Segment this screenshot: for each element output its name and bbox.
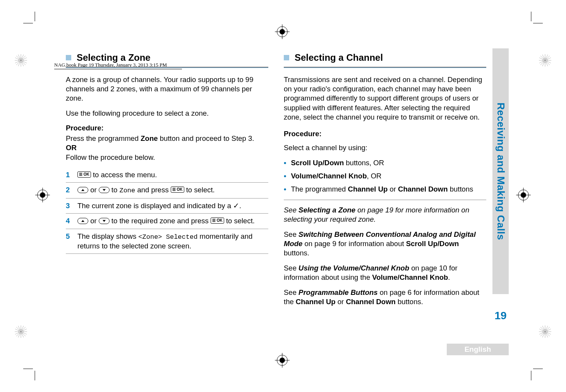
text: button and proceed to Step 3.: [158, 134, 254, 142]
text: on page 9 for information about: [302, 240, 406, 248]
section-bullet-icon: [284, 55, 289, 60]
text: Scroll Up/Down buttons, OR: [291, 158, 384, 168]
bold: Scroll Up/Down: [291, 159, 344, 167]
bold: Channel Up: [296, 298, 336, 306]
channel-intro: Transmissions are sent and received on a…: [284, 75, 486, 122]
step-body: or to Zone and press ☰ OK to select.: [77, 185, 215, 195]
follow-line: Follow the procedure below.: [66, 153, 268, 162]
option-knob: •Volume/Channel Knob, OR: [284, 171, 486, 181]
bold: Channel Down: [398, 185, 448, 193]
or-bold: OR: [66, 144, 77, 152]
step-number: 1: [66, 170, 72, 180]
registration-mark-icon: [277, 26, 288, 37]
step-2: 2 or to Zone and press ☰ OK to select.: [66, 183, 268, 198]
zone-bold: Zone: [141, 134, 158, 142]
text: See: [284, 230, 298, 238]
bold: Channel Up: [348, 185, 388, 193]
heading-selecting-zone: Selecting a Zone: [77, 51, 151, 64]
ok-button-icon: ☰ OK: [171, 187, 184, 193]
bullet-dot-icon: •: [284, 158, 286, 168]
text: to select.: [224, 217, 255, 225]
page-number: 19: [492, 310, 509, 322]
crop-mark-icon: [527, 12, 543, 27]
text: The current zone is displayed and indica…: [77, 202, 233, 210]
step-4: 4 or to the required zone and press ☰ OK…: [66, 214, 268, 229]
sunburst-mark-icon: [539, 54, 551, 67]
ref-knob: See Using the Volume/Channel Knob on pag…: [284, 264, 486, 282]
text: .: [239, 202, 241, 210]
step-number: 3: [66, 201, 72, 211]
side-tab: Receiving and Making Calls: [492, 48, 509, 294]
step-body: The current zone is displayed and indica…: [77, 201, 241, 211]
text: .: [448, 273, 450, 281]
step-number: 5: [66, 232, 72, 241]
bold: Channel Down: [346, 298, 395, 306]
procedure-steps: 1 ☰ OK to access the menu. 2 or to Zone …: [66, 168, 268, 254]
sunburst-mark-icon: [539, 325, 551, 338]
bold: Scroll Up/Down: [406, 240, 459, 248]
ref-prog-buttons: See Programmable Buttons on page 6 for i…: [284, 288, 486, 307]
text: to access the menu.: [91, 171, 157, 179]
crop-mark-icon: [23, 365, 39, 380]
text: Press the programmed: [66, 134, 141, 142]
text: or: [88, 217, 99, 225]
bold: Volume/Channel Knob: [291, 172, 367, 180]
step-body: or to the required zone and press ☰ OK t…: [77, 216, 255, 226]
text: buttons, OR: [344, 159, 384, 167]
right-column: Selecting a Channel Transmissions are se…: [284, 48, 500, 355]
section-bullet-icon: [66, 55, 71, 60]
ok-button-icon: ☰ OK: [211, 217, 224, 224]
text: buttons.: [284, 249, 309, 257]
section-header-zone: Selecting a Zone: [66, 51, 268, 64]
section-header-channel: Selecting a Channel: [284, 51, 486, 64]
text: or: [336, 298, 346, 306]
bold-italic: Using the Volume/Channel Knob: [298, 264, 409, 272]
text: to: [110, 186, 120, 194]
procedure-label: Procedure:: [284, 129, 486, 139]
zone-use: Use the following procedure to select a …: [66, 109, 268, 118]
text: to select.: [184, 186, 215, 194]
step-number: 2: [66, 185, 72, 195]
text: The programmed: [291, 185, 348, 193]
page-content: Selecting a Zone A zone is a group of ch…: [66, 48, 500, 355]
text: to the required zone and press: [110, 217, 211, 225]
ref-zone: See Selecting a Zone on page 19 for more…: [284, 205, 486, 224]
language-footer: English: [447, 344, 509, 355]
down-arrow-icon: [99, 187, 110, 193]
option-channel-buttons: •The programmed Channel Up or Channel Do…: [284, 185, 486, 194]
sunburst-mark-icon: [15, 54, 27, 67]
left-column: Selecting a Zone A zone is a group of ch…: [66, 48, 268, 355]
check-icon: ✓: [233, 202, 239, 210]
step-5: 5 The display shows <Zone> Selected mome…: [66, 229, 268, 254]
bold-italic: Programmable Buttons: [298, 288, 378, 296]
text: or: [388, 185, 398, 193]
section-rule: [284, 67, 486, 68]
registration-mark-icon: [37, 190, 48, 200]
crop-mark-icon: [527, 365, 543, 380]
text: buttons: [448, 185, 473, 193]
channel-options: •Scroll Up/Down buttons, OR •Volume/Chan…: [284, 158, 486, 194]
bullet-dot-icon: •: [284, 171, 286, 181]
zone-mono: Zone: [119, 187, 135, 194]
step-number: 4: [66, 216, 72, 226]
zone-selected-mono: <Zone> Selected: [138, 233, 197, 241]
or-line: OR: [66, 143, 268, 152]
section-rule: [66, 67, 268, 68]
zone-intro: A zone is a group of channels. Your radi…: [66, 75, 268, 103]
down-arrow-icon: [99, 218, 110, 224]
step-1: 1 ☰ OK to access the menu.: [66, 168, 268, 183]
side-tab-label: Receiving and Making Calls: [495, 103, 507, 240]
text: See: [284, 264, 298, 272]
text: Volume/Channel Knob, OR: [291, 171, 381, 181]
bold-italic: Selecting a Zone: [298, 206, 355, 214]
up-arrow-icon: [77, 187, 88, 193]
step-body: ☰ OK to access the menu.: [77, 170, 157, 180]
procedure-label: Procedure:: [66, 123, 268, 133]
text: See: [284, 206, 298, 214]
step-3: 3 The current zone is displayed and indi…: [66, 199, 268, 214]
step-body: The display shows <Zone> Selected moment…: [77, 232, 268, 251]
press-zone-line: Press the programmed Zone button and pro…: [66, 134, 268, 143]
ref-switching: See Switching Between Conventional Analo…: [284, 230, 486, 258]
text: and press: [135, 186, 171, 194]
divider: [284, 200, 486, 200]
